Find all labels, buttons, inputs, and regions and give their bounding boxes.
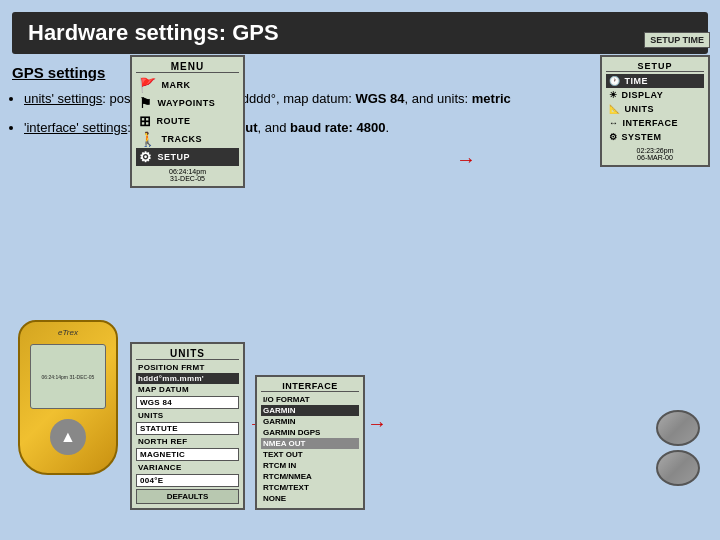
units-row-map-datum: MAP DATUM	[136, 384, 239, 395]
units-row-variance-val: 004°E	[136, 474, 239, 487]
bullet-2-underline: 'interface' settings	[24, 120, 127, 135]
units-defaults-btn[interactable]: DEFAULTS	[136, 489, 239, 504]
units-row-units: UNITS	[136, 410, 239, 421]
iface-row-text-out: TEXT OUT	[261, 449, 359, 460]
menu-item-route-label: ROUTE	[157, 116, 191, 126]
units-row-pos-frmt: POSITION FRMT	[136, 362, 239, 373]
setup-screen-title: SETUP	[606, 61, 704, 72]
page-title: Hardware settings: GPS	[12, 12, 708, 54]
menu-item-tracks[interactable]: 🚶 TRACKS	[136, 130, 239, 148]
device-arrow-button[interactable]: ▲	[50, 419, 86, 455]
time-icon: 🕐	[609, 76, 621, 86]
iface-row-rtcm-nmea: RTCM/NMEA	[261, 471, 359, 482]
tracks-icon: 🚶	[139, 132, 157, 146]
device-screen-text: 06:24:14pm 31-DEC-05	[42, 374, 95, 380]
units-row-variance: VARIANCE	[136, 462, 239, 473]
menu-item-mark-label: MARK	[162, 80, 191, 90]
units-row-magnetic: MAGNETIC	[136, 448, 239, 461]
iface-row-garmin-dgps: GARMIN DGPS	[261, 427, 359, 438]
setup-item-system[interactable]: ⚙ SYSTEM	[606, 130, 704, 144]
menu-item-mark[interactable]: 🚩 MARK	[136, 76, 239, 94]
iface-screen-title: INTERFACE	[261, 381, 359, 392]
joystick-control	[650, 410, 705, 490]
waypoints-icon: ⚑	[139, 96, 153, 110]
menu-timestamp: 06:24:14pm31-DEC-05	[136, 168, 239, 182]
setup-item-units[interactable]: 📐 UNITS	[606, 102, 704, 116]
setup-item-display-label: DISPLAY	[622, 90, 664, 100]
iface-row-rtcm-text: RTCM/TEXT	[261, 482, 359, 493]
units-row-statute: STATUTE	[136, 422, 239, 435]
gps-device: eTrex 06:24:14pm 31-DEC-05 ▲	[18, 320, 128, 480]
setup-item-time-label: TIME	[625, 76, 649, 86]
setup-item-units-label: UNITS	[625, 104, 655, 114]
iface-row-none: NONE	[261, 493, 359, 504]
iface-row-garmin: GARMIN	[261, 416, 359, 427]
setup-item-interface-label: INTERFACE	[623, 118, 679, 128]
display-icon: ☀	[609, 90, 618, 100]
units-row-pos-value: hddd°mm.mmm'	[136, 373, 239, 384]
interface-icon: ↔	[609, 118, 619, 128]
setup-time-label: SETUP TIME	[644, 32, 710, 48]
system-icon: ⚙	[609, 132, 618, 142]
setup-item-interface[interactable]: ↔ INTERFACE	[606, 116, 704, 130]
joystick-button-1[interactable]	[656, 410, 700, 446]
units-row-wgs84: WGS 84	[136, 396, 239, 409]
device-body: eTrex 06:24:14pm 31-DEC-05 ▲	[18, 320, 118, 475]
setup-item-display[interactable]: ☀ DISPLAY	[606, 88, 704, 102]
device-brand-label: eTrex	[58, 328, 78, 337]
bullet-1-underline: units' settings	[24, 91, 102, 106]
menu-item-waypoints[interactable]: ⚑ WAYPOINTS	[136, 94, 239, 112]
menu-item-waypoints-label: WAYPOINTS	[158, 98, 216, 108]
mark-icon: 🚩	[139, 78, 157, 92]
arrow-interface-right: →	[367, 412, 387, 435]
setup-timestamp: 02:23:26pm06-MAR-00	[606, 147, 704, 161]
menu-item-setup-label: SETUP	[158, 152, 191, 162]
interface-screen: INTERFACE I/O FORMAT GARMIN GARMIN GARMI…	[255, 375, 365, 510]
iface-row-garmin-selected: GARMIN	[261, 405, 359, 416]
joystick-button-2[interactable]	[656, 450, 700, 486]
device-screen: 06:24:14pm 31-DEC-05	[30, 344, 106, 409]
arrow-menu-to-setup: →	[456, 148, 476, 171]
units-icon: 📐	[609, 104, 621, 114]
iface-row-rtcm-in: RTCM IN	[261, 460, 359, 471]
menu-screen: MENU 🚩 MARK ⚑ WAYPOINTS ⊞ ROUTE 🚶 TRACKS…	[330, 55, 445, 188]
setup-item-system-label: SYSTEM	[622, 132, 662, 142]
units-screen-title: UNITS	[136, 348, 239, 360]
iface-row-nmea-out: NMEA OUT	[261, 438, 359, 449]
setup-item-time[interactable]: 🕐 TIME	[606, 74, 704, 88]
menu-item-tracks-label: TRACKS	[162, 134, 203, 144]
setup-screen: SETUP 🕐 TIME ☀ DISPLAY 📐 UNITS ↔ INTERFA…	[600, 55, 710, 167]
menu-title: MENU	[136, 61, 239, 73]
iface-row-io-format: I/O FORMAT	[261, 394, 359, 405]
units-row-north-ref: NORTH REF	[136, 436, 239, 447]
menu-item-route[interactable]: ⊞ ROUTE	[136, 112, 239, 130]
units-screen: UNITS POSITION FRMT hddd°mm.mmm' MAP DAT…	[130, 342, 245, 510]
menu-item-setup[interactable]: ⚙ SETUP	[136, 148, 239, 166]
setup-icon: ⚙	[139, 150, 153, 164]
route-icon: ⊞	[139, 114, 152, 128]
